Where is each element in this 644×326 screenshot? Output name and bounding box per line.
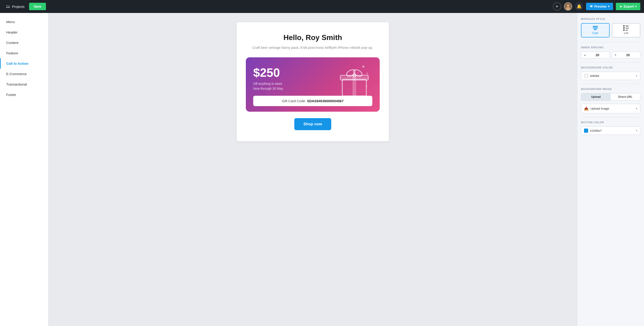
list-style-button[interactable]: List xyxy=(612,23,640,38)
card-icon-bar2 xyxy=(593,28,598,29)
module-style-row: Card xyxy=(581,23,640,38)
upload-image-label: Upload Image xyxy=(590,107,634,110)
list-row-1 xyxy=(623,25,629,27)
canvas-area: Hello, Roy Smith Craft beer selvage fann… xyxy=(48,13,577,326)
list-dot-3 xyxy=(623,29,624,31)
divider-1 xyxy=(581,42,640,42)
background-color-title: BACKGROUND COLOR xyxy=(581,66,640,69)
background-image-title: BACKGROUND IMAGE xyxy=(581,88,640,90)
gift-card: $250 Off anything in-store Now through 3… xyxy=(246,57,380,112)
export-button[interactable]: ➤ Export ▾ xyxy=(616,3,640,10)
modules-style-title: MODULES STYLE xyxy=(581,18,640,20)
spacing-down-value: 20 xyxy=(618,53,638,57)
email-title: Hello, Roy Smith xyxy=(246,33,380,42)
avatar-image xyxy=(564,2,572,11)
list-line-3 xyxy=(626,30,628,31)
gift-box-icon: ✦ ✦ ✦ ✦ xyxy=(336,62,373,99)
topbar-right: + 🔔 👁 Preview ▾ ➤ Export ▾ xyxy=(553,2,640,11)
export-dropdown-arrow: ▾ xyxy=(635,5,636,8)
preview-dropdown-arrow: ▾ xyxy=(608,5,610,8)
btn-color-chevron: ▾ xyxy=(636,129,637,132)
sidebar: Menu Header Content Feature Call to Acti… xyxy=(0,13,48,326)
bg-color-value: #f4f4f4 xyxy=(590,74,634,78)
shop-now-button[interactable]: Shop now xyxy=(294,118,331,130)
add-button[interactable]: + xyxy=(553,2,561,11)
svg-text:✦: ✦ xyxy=(356,71,358,74)
background-color-picker[interactable]: #f4f4f4 ▾ xyxy=(581,72,640,80)
plus-icon: + xyxy=(556,4,558,9)
preview-button[interactable]: 👁 Preview ▾ xyxy=(586,3,613,10)
card-label: Card xyxy=(592,32,598,35)
topbar-left: 🗂 Projects Save xyxy=(4,3,46,11)
list-line-1 xyxy=(626,26,629,26)
list-icon-block xyxy=(623,25,629,31)
list-dot-2 xyxy=(623,27,624,29)
sidebar-item-feature[interactable]: Feature xyxy=(0,48,48,58)
list-line-2 xyxy=(626,28,629,29)
gift-code-value: SDAS64536000054567 xyxy=(307,99,344,103)
spacing-up-input[interactable]: ▲ 20 xyxy=(581,52,610,59)
topbar: 🗂 Projects Save + 🔔 👁 Preview ▾ ➤ Export… xyxy=(0,0,644,13)
email-subtitle: Craft beer selvage fanny pack, 8-bit pos… xyxy=(246,45,380,50)
gift-code-prefix: Gift Card Code: xyxy=(282,99,307,103)
spacing-down-input[interactable]: ▼ 20 xyxy=(612,52,640,59)
down-arrow-icon[interactable]: ▼ xyxy=(614,53,617,57)
bell-icon: 🔔 xyxy=(576,4,582,9)
sidebar-item-transactional[interactable]: Transactional xyxy=(0,79,48,89)
card-style-icon xyxy=(592,26,598,30)
sidebar-item-content[interactable]: Content xyxy=(0,38,48,48)
sidebar-item-call-to-action[interactable]: Call to Action xyxy=(0,58,48,69)
spacing-row: ▲ 20 ▼ 20 xyxy=(581,52,640,59)
save-button[interactable]: Save xyxy=(29,3,46,10)
sidebar-item-menu[interactable]: Menu xyxy=(0,17,48,27)
up-arrow-icon[interactable]: ▲ xyxy=(584,53,586,57)
upload-tab[interactable]: Upload xyxy=(581,93,611,100)
upload-chevron: ▾ xyxy=(636,107,637,110)
divider-4 xyxy=(581,117,640,117)
email-card: Hello, Roy Smith Craft beer selvage fann… xyxy=(236,22,389,141)
card-icon-bar3 xyxy=(594,29,597,30)
upload-icon: 📤 xyxy=(584,106,588,111)
button-color-picker[interactable]: #1595e7 ▾ xyxy=(581,126,640,135)
export-label: Export xyxy=(624,5,634,8)
direct-url-tab[interactable]: Direct URL xyxy=(611,93,640,100)
export-icon: ➤ xyxy=(620,5,622,8)
projects-label: Projects xyxy=(12,5,24,9)
sidebar-item-header[interactable]: Header xyxy=(0,27,48,38)
avatar[interactable] xyxy=(564,2,572,11)
svg-point-2 xyxy=(566,7,570,10)
btn-color-swatch xyxy=(584,128,588,133)
svg-point-1 xyxy=(567,5,569,7)
bg-color-swatch xyxy=(584,74,588,78)
right-panel: MODULES STYLE Card xyxy=(577,13,644,326)
svg-text:✦: ✦ xyxy=(366,72,369,75)
spacing-up-value: 20 xyxy=(588,53,607,57)
main-layout: Menu Header Content Feature Call to Acti… xyxy=(0,13,644,326)
bg-image-tabs: Upload Direct URL xyxy=(581,93,640,101)
card-style-button[interactable]: Card xyxy=(581,23,610,38)
preview-label: Preview xyxy=(594,5,606,8)
button-color-title: BUTTON COLOR xyxy=(581,121,640,124)
eye-icon: 👁 xyxy=(590,5,593,8)
divider-2 xyxy=(581,62,640,62)
upload-image-row[interactable]: 📤 Upload Image ▾ xyxy=(581,104,640,113)
notification-button[interactable]: 🔔 xyxy=(575,2,583,11)
list-dot-1 xyxy=(623,25,624,27)
bg-color-chevron: ▾ xyxy=(636,74,637,77)
sidebar-item-footer[interactable]: Footer xyxy=(0,89,48,100)
folder-icon: 🗂 xyxy=(6,4,10,9)
btn-color-value: #1595e7 xyxy=(590,129,634,132)
svg-point-13 xyxy=(353,74,356,77)
projects-button[interactable]: 🗂 Projects xyxy=(4,3,27,11)
list-label: List xyxy=(624,32,628,35)
sidebar-item-ecommerce[interactable]: E-Commerce xyxy=(0,69,48,79)
card-icon-bar1 xyxy=(593,26,598,27)
list-style-icon xyxy=(623,26,629,30)
divider-3 xyxy=(581,84,640,84)
list-row-3 xyxy=(623,29,629,31)
inner-spacing-title: INNER SPACING xyxy=(581,46,640,49)
list-row-2 xyxy=(623,27,629,29)
svg-text:✦: ✦ xyxy=(361,64,366,70)
